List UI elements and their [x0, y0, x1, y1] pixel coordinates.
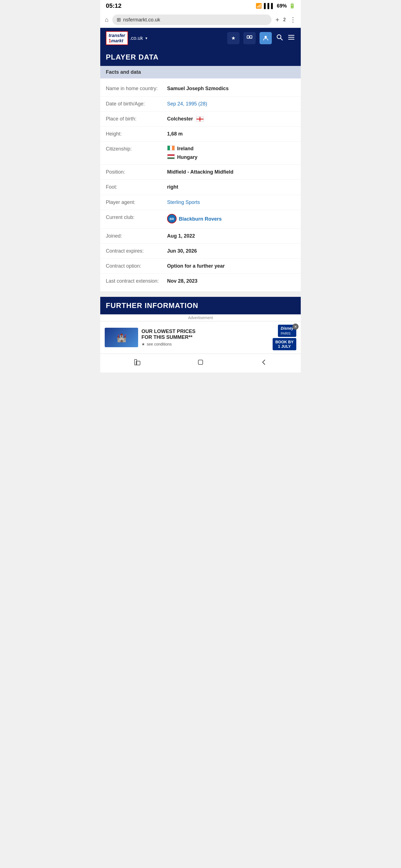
search-icon[interactable]	[276, 33, 284, 43]
contract-option-label: Contract option:	[106, 262, 167, 270]
position-row: Position: Midfield - Attacking Midfield	[100, 165, 301, 180]
home-icon[interactable]: ⌂	[105, 16, 108, 23]
name-label: Name in home country:	[106, 85, 167, 92]
ireland-label: Ireland	[177, 146, 194, 152]
more-icon[interactable]: ⋮	[290, 16, 296, 24]
player-data-header: PLAYER DATA	[100, 49, 301, 66]
tabs-count[interactable]: 2	[283, 17, 286, 22]
hungary-item: Hungary	[167, 154, 197, 160]
tm-header: transfer 1markt .co.uk ▾ ★ + +	[100, 28, 301, 49]
back-button[interactable]	[260, 358, 267, 368]
hungary-flag-icon	[167, 154, 175, 160]
add-tab-icon[interactable]: +	[276, 16, 279, 24]
svg-text:+: +	[250, 36, 252, 39]
name-row: Name in home country: Samuel Joseph Szmo…	[100, 81, 301, 96]
ad-conditions-icon: ★	[141, 342, 145, 346]
height-value: 1,68 m	[167, 130, 295, 137]
dropdown-arrow-icon[interactable]: ▾	[145, 36, 147, 40]
svg-text:BR: BR	[170, 217, 174, 221]
last-extension-label: Last contract extension:	[106, 278, 167, 285]
england-flag-icon	[196, 116, 204, 122]
tm-logo-box: transfer 1markt	[106, 31, 128, 45]
foot-value: right	[167, 184, 295, 191]
status-time: 05:12	[106, 2, 121, 9]
ad-label: Advertisement	[100, 314, 301, 321]
compare-button[interactable]: + +	[244, 32, 256, 44]
club-row: Current club: BR Blackburn Rovers	[100, 210, 301, 229]
height-row: Height: 1,68 m	[100, 127, 301, 142]
svg-rect-18	[168, 157, 175, 159]
book-button[interactable]: BOOK BY 1 JULY	[273, 338, 296, 350]
ad-image: 🏰	[105, 328, 138, 347]
watchlist-button[interactable]: ★	[227, 32, 239, 44]
svg-rect-13	[168, 146, 170, 150]
recent-apps-button[interactable]	[134, 358, 141, 368]
ad-close-button[interactable]: ✕	[292, 323, 298, 330]
ad-text1: OUR LOWEST PRICES	[141, 329, 196, 334]
ad-banner: 🏰 OUR LOWEST PRICES FOR THIS SUMMER** ★ …	[100, 321, 301, 353]
pob-row: Place of birth: Colchester	[100, 112, 301, 127]
club-name[interactable]: Blackburn Rovers	[179, 216, 222, 223]
contract-expires-row: Contract expires: Jun 30, 2026	[100, 244, 301, 259]
joined-label: Joined:	[106, 232, 167, 240]
tm-logo[interactable]: transfer 1markt .co.uk ▾	[106, 31, 147, 45]
home-nav-button[interactable]	[197, 358, 204, 368]
browser-bar: ⌂ ⊞ nsfermarkt.co.uk + 2 ⋮	[100, 12, 301, 28]
position-label: Position:	[106, 168, 167, 176]
hungary-label: Hungary	[177, 154, 197, 160]
battery-icon: 🔋	[289, 3, 295, 9]
tm-nav: ★ + +	[227, 32, 295, 44]
svg-rect-23	[198, 360, 203, 365]
position-value: Midfield - Attacking Midfield	[167, 168, 295, 176]
contract-expires-value: Jun 30, 2026	[167, 248, 295, 254]
ad-text2: FOR THIS SUMMER**	[141, 334, 193, 340]
joined-value: Aug 1, 2022	[167, 232, 295, 240]
pob-value: Colchester	[167, 116, 295, 122]
name-value: Samuel Joseph Szmodics	[167, 85, 295, 92]
url-bar[interactable]: ⊞ nsfermarkt.co.uk	[112, 14, 271, 25]
svg-rect-17	[168, 156, 175, 157]
blackburn-club-icon: BR	[167, 214, 176, 224]
ad-conditions-text: see conditions	[147, 342, 172, 346]
ireland-flag-icon	[167, 146, 175, 152]
last-extension-value: Nov 28, 2023	[167, 278, 295, 285]
foot-row: Foot: right	[100, 180, 301, 195]
joined-row: Joined: Aug 1, 2022	[100, 229, 301, 244]
dob-label: Date of birth/Age:	[106, 100, 167, 107]
battery-text: 69%	[277, 3, 287, 9]
agent-value[interactable]: Sterling Sports	[167, 199, 295, 206]
signal-icon: ▌▌▌	[264, 3, 275, 9]
svg-rect-14	[170, 146, 172, 150]
svg-point-4	[264, 36, 267, 38]
url-text: nsfermarkt.co.uk	[123, 17, 160, 23]
tm-logo-domain: .co.uk	[130, 35, 143, 41]
menu-icon[interactable]	[287, 33, 295, 43]
facts-header: Facts and data	[100, 66, 301, 79]
agent-label: Player agent:	[106, 199, 167, 206]
club-value-row[interactable]: BR Blackburn Rovers	[167, 214, 222, 224]
wifi-icon: 📶	[256, 3, 262, 9]
ireland-item: Ireland	[167, 146, 197, 152]
svg-rect-15	[172, 146, 175, 150]
svg-rect-16	[168, 154, 175, 156]
bottom-nav	[100, 353, 301, 373]
dob-value[interactable]: Sep 24, 1995 (28)	[167, 100, 295, 107]
pob-label: Place of birth:	[106, 116, 167, 122]
last-extension-row: Last contract extension: Nov 28, 2023	[100, 274, 301, 288]
status-bar: 05:12 📶 ▌▌▌ 69% 🔋	[100, 0, 301, 12]
height-label: Height:	[106, 130, 167, 137]
url-icon: ⊞	[117, 17, 121, 23]
further-information-header: FURTHER INFORMATION	[100, 297, 301, 314]
profile-button[interactable]	[260, 32, 272, 44]
ad-logo-area: Disney PARIS BOOK BY 1 JULY	[273, 325, 296, 350]
citizenship-values: Ireland Hungary	[167, 146, 197, 160]
foot-label: Foot:	[106, 184, 167, 191]
contract-expires-label: Contract expires:	[106, 248, 167, 254]
dob-row: Date of birth/Age: Sep 24, 1995 (28)	[100, 96, 301, 112]
ad-text: OUR LOWEST PRICES FOR THIS SUMMER** ★ se…	[141, 329, 269, 346]
disney-text: Disney	[281, 326, 293, 331]
contract-option-row: Contract option: Option for a further ye…	[100, 259, 301, 274]
player-data-table: Name in home country: Samuel Joseph Szmo…	[100, 79, 301, 291]
citizenship-label: Citizenship:	[106, 146, 167, 152]
agent-row: Player agent: Sterling Sports	[100, 195, 301, 210]
